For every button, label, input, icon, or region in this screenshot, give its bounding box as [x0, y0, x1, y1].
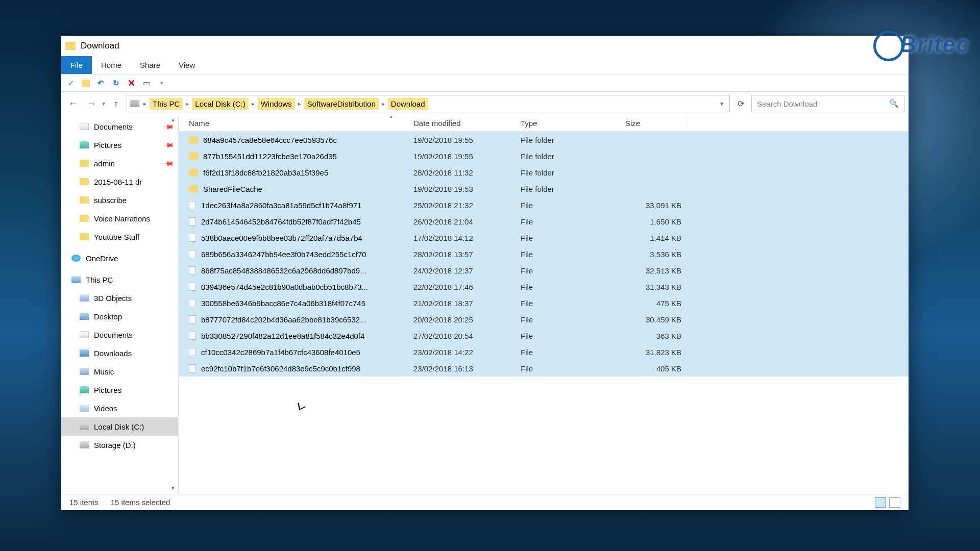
address-bar[interactable]: ▸ This PC ▸ Local Disk (C:) ▸ Windows ▸ …: [127, 95, 730, 112]
breadcrumb-sep[interactable]: ▸: [185, 101, 190, 107]
rename-icon[interactable]: ▭: [142, 79, 151, 88]
explorer-window: Download File Home Share View ✓ ↶ ↻ ✕ ▭ …: [61, 36, 909, 510]
onedrive-icon: [71, 255, 81, 262]
nav-label: subscribe: [94, 196, 127, 205]
nav-thispc-item[interactable]: Music: [61, 362, 178, 381]
file-row[interactable]: cf10cc0342c2869b7a1f4b67cfc43608fe4010e5…: [179, 344, 909, 360]
nav-thispc-item[interactable]: Videos: [61, 399, 178, 417]
file-row[interactable]: f6f2d13f18dc88fb21820ab3a15f39e528/02/20…: [179, 164, 909, 181]
file-row[interactable]: SharedFileCache19/02/2018 19:53File fold…: [179, 181, 909, 197]
file-row[interactable]: 1dec263f4a8a2860fa3ca81a59d5cf1b74a8f971…: [179, 197, 909, 213]
breadcrumb-sep[interactable]: ▸: [142, 101, 148, 107]
nav-thispc-item[interactable]: Storage (D:): [61, 436, 178, 454]
crumb-local-disk[interactable]: Local Disk (C:): [192, 98, 248, 110]
tab-share[interactable]: Share: [131, 56, 169, 74]
column-size[interactable]: Size: [625, 115, 687, 131]
nav-thispc-item[interactable]: 3D Objects: [61, 289, 178, 307]
file-name: 039436e574d45e2c81b90a0dbab0cb51bc8b73..…: [201, 283, 368, 291]
ribbon-tabs: File Home Share View: [61, 56, 909, 74]
nav-quick-item[interactable]: Youtube Stuff: [61, 228, 178, 246]
folder-icon: [80, 233, 89, 240]
file-name: b8777072fd84c202b4d36aa62bbe81b39c6532..…: [201, 315, 366, 324]
file-row[interactable]: 689b656a3346247bb94ee3f0b743edd255c1cf70…: [179, 246, 909, 262]
file-icon: [189, 266, 196, 274]
nav-scroll-down[interactable]: ▾: [169, 485, 177, 493]
breadcrumb-sep[interactable]: ▸: [381, 101, 386, 107]
file-row[interactable]: ec92fc10b7f1b7e6f30624d83e9c5c9c0b1cf998…: [179, 360, 909, 377]
file-size: 31,823 KB: [625, 348, 687, 357]
file-rows[interactable]: 684a9c457ca8e58e64ccc7ee0593576c19/02/20…: [179, 132, 909, 494]
properties-icon[interactable]: [82, 80, 90, 87]
file-size: 3,536 KB: [625, 250, 687, 259]
tab-home[interactable]: Home: [92, 56, 131, 74]
column-type[interactable]: Type: [521, 115, 625, 131]
crumb-softwaredistribution[interactable]: SoftwareDistribution: [304, 98, 379, 110]
nav-thispc-item[interactable]: Desktop: [61, 307, 178, 325]
file-row[interactable]: bb3308527290f482a12d1ee8a81f584c32e4d0f4…: [179, 328, 909, 344]
breadcrumb-sep[interactable]: ▸: [297, 101, 302, 107]
nav-label: Local Disk (C:): [94, 422, 144, 431]
nav-quick-item[interactable]: 2015-08-11 dr: [61, 172, 178, 191]
tab-file[interactable]: File: [61, 56, 92, 74]
refresh-button[interactable]: ⟳: [733, 95, 748, 112]
nav-thispc-item[interactable]: Documents: [61, 325, 178, 344]
file-row[interactable]: 868f75ac8548388486532c6a2968dd6d897bd9..…: [179, 262, 909, 279]
tab-view[interactable]: View: [169, 56, 204, 74]
qat-customize-icon[interactable]: ▾: [157, 79, 166, 88]
file-row[interactable]: 877b155451dd11223fcbe3e170a26d3519/02/20…: [179, 148, 909, 164]
pc-icon: [71, 276, 81, 283]
folder-icon: [80, 141, 89, 148]
file-date: 24/02/2018 12:37: [413, 266, 521, 275]
column-date[interactable]: Date modified: [413, 115, 521, 131]
search-icon[interactable]: 🔍: [889, 99, 899, 108]
nav-quick-item[interactable]: Voice Narrations: [61, 209, 178, 228]
folder-icon: [80, 160, 89, 167]
nav-back-button[interactable]: ←: [65, 96, 81, 111]
nav-thispc-item[interactable]: Downloads: [61, 344, 178, 362]
column-name[interactable]: Name▴: [184, 115, 413, 131]
nav-onedrive[interactable]: OneDrive: [61, 249, 178, 267]
mouse-cursor: [299, 401, 307, 412]
folder-icon: [189, 169, 198, 176]
view-details-button[interactable]: [875, 497, 886, 508]
properties-check-icon[interactable]: ✓: [66, 79, 76, 88]
file-date: 21/02/2018 18:37: [413, 299, 521, 308]
nav-up-button[interactable]: ↑: [108, 96, 124, 111]
file-type: File folder: [521, 185, 625, 193]
address-dropdown-icon[interactable]: ▾: [717, 100, 726, 107]
column-headers: Name▴ Date modified Type Size: [179, 115, 909, 132]
folder-icon: [189, 136, 198, 143]
title-bar[interactable]: Download: [61, 36, 909, 56]
nav-quick-item[interactable]: Pictures📌: [61, 136, 178, 154]
file-row[interactable]: 039436e574d45e2c81b90a0dbab0cb51bc8b73..…: [179, 279, 909, 295]
file-size: 30,459 KB: [625, 315, 687, 324]
nav-thispc-item[interactable]: Local Disk (C:): [61, 417, 178, 436]
search-box[interactable]: Search Download 🔍: [751, 95, 904, 112]
file-row[interactable]: 300558be6346b9bacc86e7c4a06b318f4f07c745…: [179, 295, 909, 311]
nav-quick-item[interactable]: subscribe: [61, 191, 178, 209]
undo-icon[interactable]: ↶: [96, 79, 105, 88]
nav-thispc-item[interactable]: Pictures: [61, 381, 178, 399]
file-size: 1,650 KB: [625, 217, 687, 226]
file-type: File: [521, 332, 625, 340]
nav-history-dropdown[interactable]: ▾: [102, 100, 105, 107]
nav-quick-item[interactable]: Documents📌: [61, 117, 178, 136]
breadcrumb-sep[interactable]: ▸: [251, 101, 256, 107]
navigation-pane[interactable]: ▴ Documents📌Pictures📌admin📌2015-08-11 dr…: [61, 115, 179, 494]
crumb-windows[interactable]: Windows: [258, 98, 295, 110]
file-row[interactable]: b8777072fd84c202b4d36aa62bbe81b39c6532..…: [179, 311, 909, 328]
nav-forward-button[interactable]: →: [84, 96, 99, 111]
delete-icon[interactable]: ✕: [127, 79, 136, 88]
nav-quick-item[interactable]: admin📌: [61, 154, 178, 172]
crumb-this-pc[interactable]: This PC: [150, 98, 183, 110]
file-type: File: [521, 201, 625, 210]
file-row[interactable]: 538b0aace00e9fbb8bee03b72ff20af7a7d5a7b4…: [179, 230, 909, 246]
file-type: File: [521, 266, 625, 275]
crumb-download[interactable]: Download: [388, 98, 428, 110]
file-row[interactable]: 684a9c457ca8e58e64ccc7ee0593576c19/02/20…: [179, 132, 909, 148]
file-row[interactable]: 2d74b614546452b84764fdb52f87f0adf7f42b45…: [179, 213, 909, 230]
redo-icon[interactable]: ↻: [111, 79, 120, 88]
view-large-icons-button[interactable]: [889, 497, 900, 508]
nav-this-pc[interactable]: This PC: [61, 270, 178, 289]
obj-icon: [80, 294, 89, 302]
